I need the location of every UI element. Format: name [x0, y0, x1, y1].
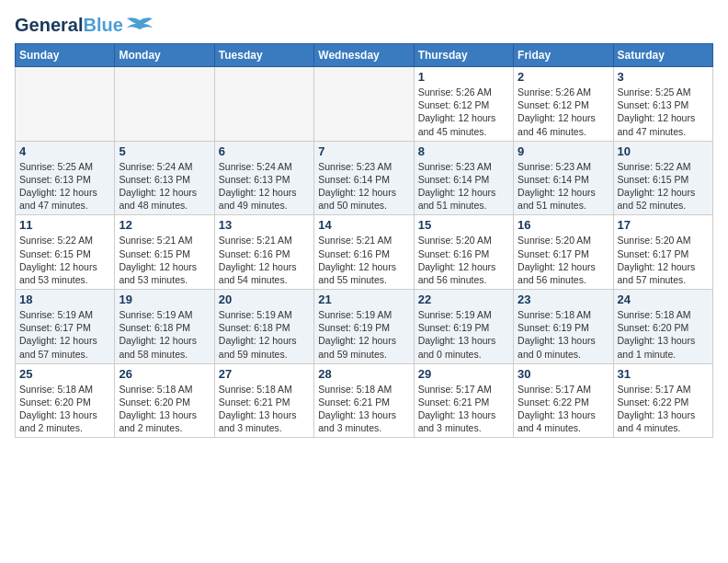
- day-info: Sunrise: 5:18 AM Sunset: 6:20 PM Dayligh…: [19, 383, 110, 435]
- weekday-header: Friday: [514, 44, 613, 67]
- day-info: Sunrise: 5:21 AM Sunset: 6:15 PM Dayligh…: [119, 234, 210, 286]
- header: GeneralBlue: [15, 15, 713, 36]
- day-number: 27: [219, 367, 310, 381]
- calendar-cell: 4Sunrise: 5:25 AM Sunset: 6:13 PM Daylig…: [16, 141, 115, 215]
- calendar: SundayMondayTuesdayWednesdayThursdayFrid…: [15, 43, 713, 438]
- day-info: Sunrise: 5:19 AM Sunset: 6:17 PM Dayligh…: [19, 308, 110, 361]
- calendar-cell: 21Sunrise: 5:19 AM Sunset: 6:19 PM Dayli…: [314, 290, 414, 364]
- day-number: 13: [219, 218, 310, 232]
- calendar-cell: 17Sunrise: 5:20 AM Sunset: 6:17 PM Dayli…: [613, 215, 712, 290]
- day-number: 16: [518, 218, 609, 232]
- calendar-cell: 27Sunrise: 5:18 AM Sunset: 6:21 PM Dayli…: [214, 363, 313, 438]
- day-info: Sunrise: 5:17 AM Sunset: 6:22 PM Dayligh…: [518, 383, 609, 435]
- week-row: 18Sunrise: 5:19 AM Sunset: 6:17 PM Dayli…: [16, 290, 713, 364]
- day-info: Sunrise: 5:17 AM Sunset: 6:22 PM Dayligh…: [618, 383, 709, 435]
- day-info: Sunrise: 5:26 AM Sunset: 6:12 PM Dayligh…: [418, 86, 509, 138]
- day-number: 25: [19, 367, 110, 381]
- day-info: Sunrise: 5:19 AM Sunset: 6:19 PM Dayligh…: [318, 308, 409, 361]
- day-number: 21: [318, 293, 409, 306]
- day-number: 17: [618, 218, 709, 232]
- week-row: 1Sunrise: 5:26 AM Sunset: 6:12 PM Daylig…: [16, 67, 713, 142]
- day-info: Sunrise: 5:18 AM Sunset: 6:21 PM Dayligh…: [219, 383, 310, 435]
- day-info: Sunrise: 5:25 AM Sunset: 6:13 PM Dayligh…: [618, 86, 709, 138]
- day-number: 6: [219, 144, 310, 158]
- day-number: 19: [119, 293, 210, 306]
- weekday-header: Thursday: [414, 44, 513, 67]
- calendar-cell: 20Sunrise: 5:19 AM Sunset: 6:18 PM Dayli…: [214, 290, 313, 364]
- calendar-cell: 15Sunrise: 5:20 AM Sunset: 6:16 PM Dayli…: [414, 215, 513, 290]
- week-row: 4Sunrise: 5:25 AM Sunset: 6:13 PM Daylig…: [16, 141, 713, 215]
- week-row: 25Sunrise: 5:18 AM Sunset: 6:20 PM Dayli…: [16, 363, 713, 438]
- day-number: 11: [19, 218, 110, 232]
- day-number: 30: [518, 367, 609, 381]
- day-number: 5: [119, 144, 210, 158]
- day-info: Sunrise: 5:18 AM Sunset: 6:21 PM Dayligh…: [318, 383, 409, 435]
- weekday-header-row: SundayMondayTuesdayWednesdayThursdayFrid…: [16, 44, 713, 67]
- calendar-cell: 6Sunrise: 5:24 AM Sunset: 6:13 PM Daylig…: [214, 141, 313, 215]
- calendar-cell: 9Sunrise: 5:23 AM Sunset: 6:14 PM Daylig…: [514, 141, 613, 215]
- day-info: Sunrise: 5:23 AM Sunset: 6:14 PM Dayligh…: [518, 160, 609, 213]
- logo-bird-icon: [127, 17, 153, 35]
- day-info: Sunrise: 5:23 AM Sunset: 6:14 PM Dayligh…: [318, 160, 409, 213]
- day-info: Sunrise: 5:24 AM Sunset: 6:13 PM Dayligh…: [219, 160, 310, 213]
- calendar-cell: 11Sunrise: 5:22 AM Sunset: 6:15 PM Dayli…: [16, 215, 115, 290]
- calendar-cell: 5Sunrise: 5:24 AM Sunset: 6:13 PM Daylig…: [115, 141, 214, 215]
- weekday-header: Sunday: [16, 44, 115, 67]
- day-number: 23: [518, 293, 609, 306]
- day-info: Sunrise: 5:18 AM Sunset: 6:20 PM Dayligh…: [618, 308, 709, 361]
- calendar-cell: 8Sunrise: 5:23 AM Sunset: 6:14 PM Daylig…: [414, 141, 513, 215]
- calendar-cell: 22Sunrise: 5:19 AM Sunset: 6:19 PM Dayli…: [414, 290, 513, 364]
- day-number: 29: [418, 367, 509, 381]
- calendar-cell: [314, 67, 414, 142]
- calendar-cell: 3Sunrise: 5:25 AM Sunset: 6:13 PM Daylig…: [613, 67, 712, 142]
- weekday-header: Monday: [115, 44, 214, 67]
- calendar-cell: [214, 67, 313, 142]
- calendar-cell: 24Sunrise: 5:18 AM Sunset: 6:20 PM Dayli…: [613, 290, 712, 364]
- calendar-cell: 25Sunrise: 5:18 AM Sunset: 6:20 PM Dayli…: [16, 363, 115, 438]
- calendar-cell: 18Sunrise: 5:19 AM Sunset: 6:17 PM Dayli…: [16, 290, 115, 364]
- weekday-header: Tuesday: [214, 44, 313, 67]
- day-number: 18: [19, 293, 110, 306]
- day-info: Sunrise: 5:23 AM Sunset: 6:14 PM Dayligh…: [418, 160, 509, 213]
- weekday-header: Saturday: [613, 44, 712, 67]
- day-info: Sunrise: 5:21 AM Sunset: 6:16 PM Dayligh…: [318, 234, 409, 286]
- day-info: Sunrise: 5:19 AM Sunset: 6:18 PM Dayligh…: [119, 308, 210, 361]
- day-info: Sunrise: 5:26 AM Sunset: 6:12 PM Dayligh…: [518, 86, 609, 138]
- weekday-header: Wednesday: [314, 44, 414, 67]
- day-info: Sunrise: 5:25 AM Sunset: 6:13 PM Dayligh…: [19, 160, 110, 213]
- day-info: Sunrise: 5:18 AM Sunset: 6:20 PM Dayligh…: [119, 383, 210, 435]
- logo-text: GeneralBlue: [15, 15, 123, 36]
- day-number: 7: [318, 144, 409, 158]
- day-number: 24: [618, 293, 709, 306]
- calendar-cell: 26Sunrise: 5:18 AM Sunset: 6:20 PM Dayli…: [115, 363, 214, 438]
- calendar-cell: [16, 67, 115, 142]
- day-number: 9: [518, 144, 609, 158]
- calendar-cell: 13Sunrise: 5:21 AM Sunset: 6:16 PM Dayli…: [214, 215, 313, 290]
- calendar-cell: 23Sunrise: 5:18 AM Sunset: 6:19 PM Dayli…: [514, 290, 613, 364]
- calendar-cell: 1Sunrise: 5:26 AM Sunset: 6:12 PM Daylig…: [414, 67, 513, 142]
- calendar-cell: [115, 67, 214, 142]
- day-info: Sunrise: 5:20 AM Sunset: 6:16 PM Dayligh…: [418, 234, 509, 286]
- day-number: 15: [418, 218, 509, 232]
- day-number: 14: [318, 218, 409, 232]
- day-info: Sunrise: 5:18 AM Sunset: 6:19 PM Dayligh…: [518, 308, 609, 361]
- calendar-cell: 2Sunrise: 5:26 AM Sunset: 6:12 PM Daylig…: [514, 67, 613, 142]
- calendar-cell: 16Sunrise: 5:20 AM Sunset: 6:17 PM Dayli…: [514, 215, 613, 290]
- calendar-cell: 28Sunrise: 5:18 AM Sunset: 6:21 PM Dayli…: [314, 363, 414, 438]
- calendar-cell: 19Sunrise: 5:19 AM Sunset: 6:18 PM Dayli…: [115, 290, 214, 364]
- day-number: 22: [418, 293, 509, 306]
- day-info: Sunrise: 5:21 AM Sunset: 6:16 PM Dayligh…: [219, 234, 310, 286]
- day-number: 31: [618, 367, 709, 381]
- day-number: 28: [318, 367, 409, 381]
- logo: GeneralBlue: [15, 15, 153, 36]
- day-info: Sunrise: 5:19 AM Sunset: 6:18 PM Dayligh…: [219, 308, 310, 361]
- week-row: 11Sunrise: 5:22 AM Sunset: 6:15 PM Dayli…: [16, 215, 713, 290]
- day-info: Sunrise: 5:17 AM Sunset: 6:21 PM Dayligh…: [418, 383, 509, 435]
- day-info: Sunrise: 5:19 AM Sunset: 6:19 PM Dayligh…: [418, 308, 509, 361]
- calendar-cell: 7Sunrise: 5:23 AM Sunset: 6:14 PM Daylig…: [314, 141, 414, 215]
- day-info: Sunrise: 5:24 AM Sunset: 6:13 PM Dayligh…: [119, 160, 210, 213]
- day-number: 1: [418, 70, 509, 84]
- day-number: 2: [518, 70, 609, 84]
- day-number: 8: [418, 144, 509, 158]
- day-number: 10: [618, 144, 709, 158]
